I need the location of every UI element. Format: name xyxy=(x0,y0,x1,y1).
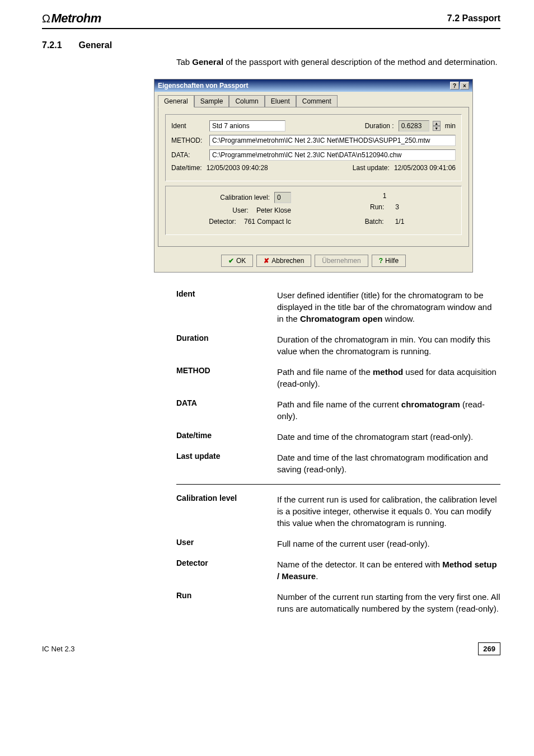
page-header: ΩMetrohm 7.2 Passport xyxy=(42,11,500,29)
help-icon[interactable]: ? xyxy=(450,82,459,90)
definition-description: Date and time of the chromatogram start … xyxy=(277,431,500,443)
duration-spinner[interactable]: ▲▼ xyxy=(433,121,441,131)
dialog-titlebar: Eigenschaften von Passport ? × xyxy=(154,79,472,92)
definition-row: RunNumber of the current run starting fr… xyxy=(176,591,500,614)
tab-column[interactable]: Column xyxy=(229,95,264,107)
definition-description: Full name of the current user (read-only… xyxy=(277,538,500,550)
check-icon: ✔ xyxy=(228,257,234,265)
detector-value: 761 Compact Ic xyxy=(244,218,291,226)
tab-general[interactable]: General xyxy=(158,95,194,107)
ident-input[interactable]: Std 7 anions xyxy=(209,120,285,132)
definition-term: Calibration level xyxy=(176,494,277,529)
footer-left: IC Net 2.3 xyxy=(42,645,75,653)
method-label: METHOD: xyxy=(171,137,205,144)
definition-term: DATA xyxy=(176,398,277,422)
definition-description: Number of the current run starting from … xyxy=(277,591,500,614)
datetime-label: Date/time: xyxy=(171,164,202,172)
chevron-up-icon[interactable]: ▲ xyxy=(433,121,441,126)
definition-term: Date/time xyxy=(176,431,277,443)
cancel-button[interactable]: ✘Abbrechen xyxy=(256,255,311,267)
calib-label: Calibration level: xyxy=(220,194,270,201)
definition-row: DurationDuration of the chromatogram in … xyxy=(176,334,500,357)
ident-label: Ident xyxy=(171,122,205,130)
definition-description: Date and time of the last chromatogram m… xyxy=(277,452,500,475)
definition-description: Path and file name of the current chroma… xyxy=(277,398,500,422)
tab-panel: Ident Std 7 anions Duration : 0.6283 ▲▼ … xyxy=(158,107,469,247)
definition-term: Run xyxy=(176,591,277,614)
method-value: C:\Programme\metrohm\IC Net 2.3\IC Net\M… xyxy=(209,135,456,146)
section-heading: 7.2.1 General xyxy=(42,40,500,50)
definition-description: Name of the detector. It can be entered … xyxy=(277,558,500,582)
button-row: ✔OK ✘Abbrechen Übernehmen ?Hilfe xyxy=(154,250,472,271)
data-label: DATA: xyxy=(171,151,205,159)
group-bottom: Calibration level: 0 User: Peter Klose D… xyxy=(165,186,462,235)
definition-row: DATAPath and file name of the current ch… xyxy=(176,398,500,422)
page-footer: IC Net 2.3 269 xyxy=(42,642,500,655)
tab-eluent[interactable]: Eluent xyxy=(265,95,296,107)
definition-term: User xyxy=(176,538,277,550)
cross-icon: ✘ xyxy=(264,257,269,265)
definition-row: Last updateDate and time of the last chr… xyxy=(176,452,500,475)
page-number: 269 xyxy=(478,642,500,655)
group-top: Ident Std 7 anions Duration : 0.6283 ▲▼ … xyxy=(165,114,462,181)
close-icon[interactable]: × xyxy=(460,82,469,90)
batch-value: 1/1 xyxy=(395,218,405,226)
definition-list: IdentUser defined identifier (title) for… xyxy=(176,289,500,614)
data-value: C:\Programme\metrohm\IC Net 2.3\IC Net\D… xyxy=(209,149,456,161)
chevron-down-icon[interactable]: ▼ xyxy=(433,126,441,131)
definition-description: User defined identifier (title) for the … xyxy=(277,289,500,325)
definition-row: IdentUser defined identifier (title) for… xyxy=(176,289,500,325)
calib-right: 1 xyxy=(383,192,387,200)
section-number: 7.2.1 xyxy=(42,40,62,50)
user-label: User: xyxy=(232,206,249,214)
intro-paragraph: Tab General of the passport with general… xyxy=(176,56,500,68)
header-section: 7.2 Passport xyxy=(447,13,500,24)
definition-separator xyxy=(176,484,500,485)
definition-row: METHODPath and file name of the method u… xyxy=(176,366,500,389)
definition-term: Detector xyxy=(176,558,277,582)
definition-row: UserFull name of the current user (read-… xyxy=(176,538,500,550)
titlebar-buttons: ? × xyxy=(450,82,469,90)
calib-input[interactable]: 0 xyxy=(274,192,291,203)
run-value: 3 xyxy=(395,203,399,211)
datetime-value: 12/05/2003 09:40:28 xyxy=(207,164,268,172)
definition-description: If the current run is used for calibrati… xyxy=(277,494,500,529)
definition-term: Duration xyxy=(176,334,277,357)
run-label: Run: xyxy=(370,203,384,211)
help-button[interactable]: ?Hilfe xyxy=(372,255,406,267)
definition-description: Path and file name of the method used fo… xyxy=(277,366,500,389)
definition-row: Calibration levelIf the current run is u… xyxy=(176,494,500,529)
duration-input[interactable]: 0.6283 xyxy=(399,120,429,132)
apply-button[interactable]: Übernehmen xyxy=(315,255,368,267)
dialog-title: Eigenschaften von Passport xyxy=(158,82,248,90)
duration-unit: min xyxy=(445,122,456,130)
tab-comment[interactable]: Comment xyxy=(296,95,338,107)
question-icon: ? xyxy=(379,257,383,265)
duration-label: Duration : xyxy=(365,122,394,130)
tab-sample[interactable]: Sample xyxy=(194,95,229,107)
detector-label: Detector: xyxy=(209,218,236,226)
batch-label: Batch: xyxy=(365,218,384,226)
section-title: General xyxy=(79,40,113,50)
passport-dialog: Eigenschaften von Passport ? × General S… xyxy=(154,79,473,273)
definition-term: Last update xyxy=(176,452,277,475)
tab-row: General Sample Column Eluent Comment xyxy=(154,92,472,107)
definition-term: Ident xyxy=(176,289,277,325)
logo: ΩMetrohm xyxy=(42,11,101,26)
lastupdate-label: Last update: xyxy=(353,164,390,172)
ok-button[interactable]: ✔OK xyxy=(221,255,253,267)
definition-row: DetectorName of the detector. It can be … xyxy=(176,558,500,582)
definition-description: Duration of the chromatogram in min. You… xyxy=(277,334,500,357)
lastupdate-value: 12/05/2003 09:41:06 xyxy=(394,164,456,172)
definition-term: METHOD xyxy=(176,366,277,389)
omega-icon: Ω xyxy=(42,12,50,25)
definition-row: Date/timeDate and time of the chromatogr… xyxy=(176,431,500,443)
user-value: Peter Klose xyxy=(256,206,291,214)
